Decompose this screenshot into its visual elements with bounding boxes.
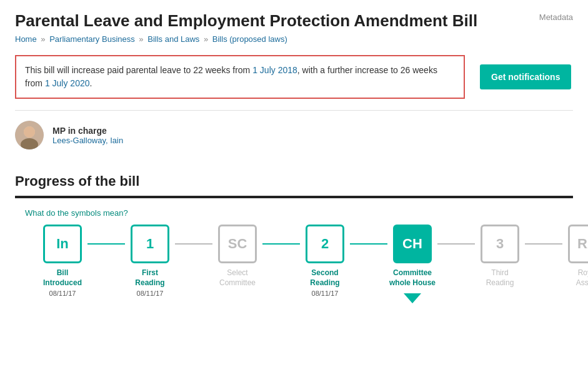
- stage-label-royal-assent: RoyalAssent: [576, 268, 588, 288]
- stages-row: In BillIntroduced 08/11/17 1 FirstReadin…: [25, 218, 563, 303]
- breadcrumb-sep-2: »: [139, 34, 143, 44]
- stage-box-committee-whole-house[interactable]: CH: [393, 225, 432, 263]
- connector-4: [350, 243, 387, 245]
- stage-second-reading: 2 SecondReading 08/11/17: [300, 225, 350, 297]
- stage-first-reading: 1 FirstReading 08/11/17: [125, 225, 175, 297]
- breadcrumb-bills-proposed[interactable]: Bills (proposed laws): [212, 34, 287, 44]
- avatar: [15, 121, 44, 149]
- stage-label-introduced: BillIntroduced: [43, 268, 82, 288]
- stage-label-select-committee: SelectCommittee: [219, 268, 256, 288]
- symbols-link[interactable]: What do the symbols mean?: [25, 208, 128, 218]
- metadata-link[interactable]: Metadata: [539, 11, 573, 22]
- stage-committee-whole-house: CH Committeewhole House: [387, 225, 437, 303]
- stage-code-third-reading: 3: [496, 236, 504, 252]
- stage-label-first-reading: FirstReading: [135, 268, 164, 288]
- svg-point-3: [24, 126, 35, 138]
- avatar-image: [15, 121, 44, 149]
- breadcrumb-home[interactable]: Home: [15, 34, 37, 44]
- mp-label: MP in charge: [52, 126, 123, 136]
- connector-6: [525, 243, 562, 245]
- stage-code-royal-assent: RA: [577, 236, 588, 252]
- breadcrumb: Home » Parliamentary Business » Bills an…: [15, 34, 477, 44]
- progress-bar-container: What do the symbols mean? In BillIntrodu…: [15, 196, 573, 303]
- breadcrumb-sep-1: »: [41, 34, 45, 44]
- stage-label-committee: Committeewhole House: [389, 268, 436, 288]
- breadcrumb-bills-laws[interactable]: Bills and Laws: [147, 34, 199, 44]
- stage-box-introduced[interactable]: In: [43, 225, 82, 263]
- mp-info: MP in charge Lees-Galloway, Iain: [52, 126, 123, 145]
- bill-summary-box: This bill will increase paid parental le…: [15, 55, 465, 99]
- stage-code-select-committee: SC: [228, 236, 247, 252]
- page-title: Parental Leave and Employment Protection…: [15, 11, 477, 31]
- mp-section: MP in charge Lees-Galloway, Iain: [15, 110, 573, 158]
- summary-date-1: 1 July 2018: [252, 65, 297, 75]
- stage-code-first-reading: 1: [146, 236, 154, 252]
- stage-label-second-reading: SecondReading: [310, 268, 339, 288]
- stage-code-second-reading: 2: [321, 236, 329, 252]
- stage-arrow-committee: [404, 293, 421, 303]
- mp-name[interactable]: Lees-Galloway, Iain: [52, 136, 123, 145]
- summary-date-2: 1 July 2020: [45, 78, 90, 88]
- stage-label-third-reading: ThirdReading: [486, 268, 514, 288]
- stage-introduced: In BillIntroduced 08/11/17: [37, 225, 87, 297]
- stage-box-second-reading[interactable]: 2: [306, 225, 344, 263]
- stage-select-committee: SC SelectCommittee: [212, 225, 262, 290]
- stage-date-second-reading: 08/11/17: [312, 290, 339, 297]
- stage-box-royal-assent[interactable]: RA: [568, 225, 588, 263]
- connector-3: [262, 243, 300, 245]
- summary-text-3: .: [90, 78, 92, 88]
- stage-box-third-reading[interactable]: 3: [481, 225, 519, 263]
- progress-section: Progress of the bill What do the symbols…: [15, 173, 573, 303]
- stage-date-introduced: 08/11/17: [49, 290, 76, 297]
- stage-royal-assent: RA RoyalAssent: [562, 225, 588, 290]
- stage-code-introduced: In: [56, 236, 69, 252]
- breadcrumb-parliamentary[interactable]: Parliamentary Business: [49, 34, 135, 44]
- stage-box-first-reading[interactable]: 1: [131, 225, 169, 263]
- connector-1: [87, 243, 125, 245]
- breadcrumb-sep-3: »: [204, 34, 208, 44]
- stage-third-reading: 3 ThirdReading: [475, 225, 525, 290]
- stage-box-select-committee[interactable]: SC: [218, 225, 257, 263]
- connector-5: [437, 243, 475, 245]
- connector-2: [175, 243, 212, 245]
- progress-title: Progress of the bill: [15, 173, 573, 190]
- stage-code-committee: CH: [402, 236, 422, 252]
- stage-date-first-reading: 08/11/17: [137, 290, 164, 297]
- summary-text-1: This bill will increase paid parental le…: [25, 65, 252, 75]
- get-notifications-button[interactable]: Get notifications: [480, 64, 571, 89]
